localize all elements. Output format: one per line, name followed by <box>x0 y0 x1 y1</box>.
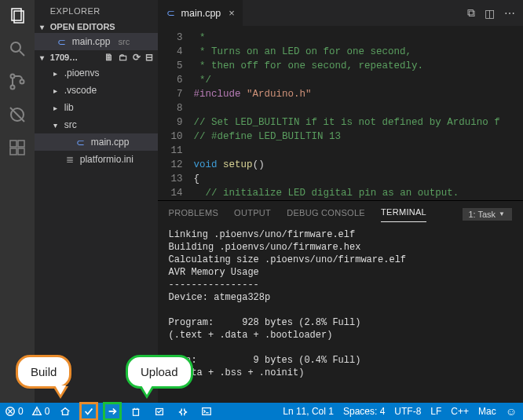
chevron-down-icon: ▾ <box>38 23 47 31</box>
status-bar: 0 0 <box>0 403 523 420</box>
file-name: main.cpp <box>91 137 130 148</box>
callout-build: Build <box>16 355 71 389</box>
chevron-down-icon: ▼ <box>499 210 505 217</box>
split-editor-icon[interactable]: ◫ <box>485 7 495 20</box>
pio-home-button[interactable] <box>57 404 73 419</box>
svg-rect-12 <box>18 148 24 155</box>
sidebar: EXPLORER ▾ OPEN EDITORS ⊂ main.cpp src ▾… <box>35 0 158 403</box>
svg-point-4 <box>10 75 14 79</box>
svg-rect-9 <box>10 141 16 147</box>
refresh-icon[interactable]: ⟳ <box>133 52 141 63</box>
open-editor-filename: main.cpp <box>72 36 111 47</box>
tab-output[interactable]: OUTPUT <box>234 206 271 222</box>
folder-item[interactable]: ▸.pioenvs <box>35 64 158 82</box>
status-warnings[interactable]: 0 <box>31 406 50 417</box>
tab-problems[interactable]: PROBLEMS <box>169 206 219 222</box>
folder-name: .vscode <box>64 85 97 96</box>
svg-rect-10 <box>18 141 24 147</box>
new-folder-icon[interactable]: 🗀 <box>119 52 128 63</box>
panel: PROBLEMS OUTPUT DEBUG CONSOLE TERMINAL 1… <box>158 200 523 403</box>
file-name: platformio.ini <box>80 154 133 165</box>
collapse-icon[interactable]: ⊟ <box>145 52 153 63</box>
pio-build-button[interactable] <box>81 404 97 419</box>
svg-point-5 <box>10 86 14 89</box>
callout-build-label: Build <box>31 365 57 378</box>
folder-name: src <box>64 119 77 130</box>
search-icon[interactable] <box>8 39 27 58</box>
folder-name: lib <box>64 102 74 113</box>
terminal-output[interactable]: Linking .pioenvs/uno/firmware.elf Buildi… <box>158 222 523 403</box>
status-encoding[interactable]: UTF-8 <box>394 406 421 417</box>
code-content[interactable]: * * Turns on an LED on for one second, *… <box>194 26 523 200</box>
svg-point-2 <box>11 42 20 52</box>
feedback-smile-icon[interactable]: ☺ <box>506 405 517 418</box>
editor-tab-bar: ⊂ main.cpp × ⧉ ◫ ⋯ <box>158 0 523 26</box>
cpp-file-icon: ⊂ <box>75 137 86 148</box>
open-editors-label: OPEN EDITORS <box>50 22 115 31</box>
explorer-icon[interactable] <box>8 6 27 25</box>
open-editors-header[interactable]: ▾ OPEN EDITORS <box>35 20 158 33</box>
ini-file-icon: ≣ <box>64 154 75 165</box>
svg-rect-16 <box>36 410 37 413</box>
svg-rect-11 <box>10 148 16 155</box>
workspace-header[interactable]: ▾ 1709… 🗎 🗀 ⟳ ⊟ <box>35 50 158 64</box>
close-icon[interactable]: × <box>225 7 235 19</box>
editor-tab-label: main.cpp <box>181 8 221 19</box>
svg-rect-17 <box>36 414 37 415</box>
chevron-right-icon: ▸ <box>52 69 60 78</box>
status-errors[interactable]: 0 <box>5 406 24 417</box>
svg-rect-19 <box>133 410 139 416</box>
cpp-file-icon: ⊂ <box>57 36 68 48</box>
status-eol[interactable]: LF <box>430 406 441 417</box>
status-os[interactable]: Mac <box>478 406 496 417</box>
chevron-right-icon: ▸ <box>52 104 60 112</box>
terminal-task-selector[interactable]: 1: Task ▼ <box>463 208 512 221</box>
terminal-task-selector-label: 1: Task <box>468 210 496 219</box>
callout-upload-label: Upload <box>141 365 178 378</box>
folder-item[interactable]: ▸lib <box>35 99 158 116</box>
compare-icon[interactable]: ⧉ <box>467 6 475 20</box>
activity-bar <box>0 0 35 403</box>
extensions-icon[interactable] <box>8 138 27 157</box>
editor[interactable]: 34567891011121314 * * Turns on an LED on… <box>158 26 523 200</box>
sidebar-title: EXPLORER <box>35 0 158 20</box>
source-control-icon[interactable] <box>8 72 27 91</box>
chevron-down-icon: ▾ <box>38 53 47 62</box>
callout-upload: Upload <box>126 355 193 389</box>
debug-icon[interactable] <box>8 105 27 124</box>
status-indent[interactable]: Spaces: 4 <box>343 406 385 417</box>
open-editor-folder: src <box>118 37 130 46</box>
line-number-gutter: 34567891011121314 <box>158 26 194 200</box>
chevron-down-icon: ▾ <box>52 121 60 130</box>
pio-serial-button[interactable] <box>175 404 191 419</box>
status-cursor[interactable]: Ln 11, Col 1 <box>283 406 334 417</box>
pio-clean-button[interactable] <box>128 404 144 419</box>
tab-debug[interactable]: DEBUG CONSOLE <box>287 206 365 222</box>
status-errors-count: 0 <box>18 406 24 417</box>
cpp-file-icon: ⊂ <box>166 7 177 19</box>
pio-terminal-button[interactable] <box>199 404 214 419</box>
editor-tab[interactable]: ⊂ main.cpp × <box>158 0 243 26</box>
pio-upload-button[interactable] <box>104 404 120 419</box>
open-editor-item[interactable]: ⊂ main.cpp src <box>35 33 158 50</box>
file-tree: ▸.pioenvs▸.vscode▸lib▾src⊂main.cpp≣platf… <box>35 64 158 168</box>
more-icon[interactable]: ⋯ <box>504 7 515 20</box>
folder-item[interactable]: ▸.vscode <box>35 82 158 99</box>
svg-rect-24 <box>203 408 211 415</box>
folder-item[interactable]: ▾src <box>35 116 158 133</box>
new-file-icon[interactable]: 🗎 <box>104 52 114 63</box>
workspace-label: 1709… <box>50 53 78 62</box>
svg-line-3 <box>20 51 24 56</box>
svg-point-6 <box>20 80 24 84</box>
file-item[interactable]: ≣platformio.ini <box>35 151 158 168</box>
status-warnings-count: 0 <box>45 406 50 417</box>
panel-tab-bar: PROBLEMS OUTPUT DEBUG CONSOLE TERMINAL 1… <box>158 201 523 222</box>
chevron-right-icon: ▸ <box>52 86 60 95</box>
tab-terminal[interactable]: TERMINAL <box>381 206 426 222</box>
status-lang[interactable]: C++ <box>451 406 469 417</box>
file-item[interactable]: ⊂main.cpp <box>35 133 158 151</box>
folder-name: .pioenvs <box>64 68 100 79</box>
pio-test-button[interactable] <box>152 404 167 419</box>
